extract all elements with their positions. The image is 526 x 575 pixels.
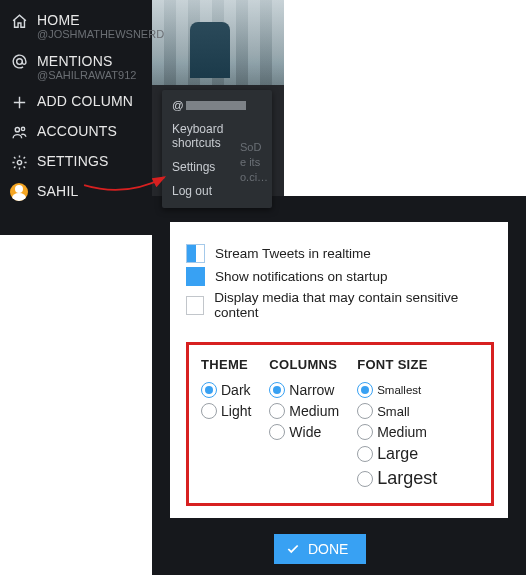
radio-fontsize-largest[interactable]: Largest: [357, 468, 437, 489]
checkbox-label: Show notifications on startup: [215, 269, 388, 284]
radio-label: Narrow: [289, 382, 334, 398]
radio-columns-medium[interactable]: Medium: [269, 403, 339, 419]
radio-label: Medium: [289, 403, 339, 419]
svg-point-2: [21, 127, 24, 130]
radio-columns-narrow[interactable]: Narrow: [269, 382, 339, 398]
sidebar-item-label: ACCOUNTS: [37, 123, 117, 139]
radio-icon: [357, 471, 373, 487]
group-font-size: FONT SIZE Smallest Small Medium Large La…: [357, 357, 437, 489]
radio-label: Dark: [221, 382, 251, 398]
radio-label: Large: [377, 445, 418, 463]
done-label: DONE: [308, 541, 348, 557]
handle-at: @: [172, 99, 184, 111]
sidebar-item-accounts[interactable]: ACCOUNTS: [0, 117, 152, 147]
group-header: COLUMNS: [269, 357, 339, 372]
radio-theme-light[interactable]: Light: [201, 403, 251, 419]
radio-label: Largest: [377, 468, 437, 489]
radio-icon: [269, 403, 285, 419]
settings-panel: Stream Tweets in realtime Show notificat…: [170, 222, 508, 518]
radio-label: Light: [221, 403, 251, 419]
radio-fontsize-large[interactable]: Large: [357, 445, 437, 463]
sidebar-item-settings[interactable]: SETTINGS: [0, 147, 152, 177]
radio-label: Small: [377, 404, 410, 419]
radio-columns-wide[interactable]: Wide: [269, 424, 339, 440]
radio-fontsize-medium[interactable]: Medium: [357, 424, 437, 440]
sidebar-item-user[interactable]: SAHIL: [0, 177, 152, 207]
radio-icon: [357, 382, 373, 398]
sidebar-item-sub: @SAHILRAWAT912: [37, 69, 136, 82]
radio-icon: [201, 403, 217, 419]
radio-theme-dark[interactable]: Dark: [201, 382, 251, 398]
radio-icon: [269, 424, 285, 440]
sidebar-item-label: SETTINGS: [37, 153, 109, 169]
sidebar-item-label: HOME: [37, 12, 164, 28]
plus-icon: [10, 93, 28, 111]
checkbox-icon: [186, 267, 205, 286]
checkbox-show-notifications[interactable]: Show notifications on startup: [186, 267, 494, 286]
group-columns: COLUMNS Narrow Medium Wide: [269, 357, 339, 489]
radio-fontsize-smallest[interactable]: Smallest: [357, 382, 437, 398]
svg-point-1: [15, 128, 19, 132]
checkbox-label: Stream Tweets in realtime: [215, 246, 371, 261]
radio-icon: [357, 403, 373, 419]
sidebar-item-mentions[interactable]: MENTIONS @SAHILRAWAT912: [0, 47, 152, 88]
checkbox-icon: [186, 296, 204, 315]
checkbox-label: Display media that may contain sensitive…: [214, 290, 494, 320]
tweet-text-fragment: SoD e its o.ci…: [240, 140, 290, 185]
frag-1: SoD: [240, 140, 290, 155]
account-menu-handle: @: [162, 95, 272, 117]
check-icon: [286, 542, 300, 556]
radio-icon: [357, 446, 373, 462]
sidebar-item-label: ADD COLUMN: [37, 93, 133, 109]
radio-icon: [269, 382, 285, 398]
sidebar-item-home[interactable]: HOME @JOSHMATHEWSNERD: [0, 6, 152, 47]
avatar-icon: [10, 183, 28, 201]
highlight-box: THEME Dark Light COLUMNS Narrow Medium W…: [186, 342, 494, 506]
sidebar-item-label: SAHIL: [37, 183, 78, 199]
group-header: FONT SIZE: [357, 357, 437, 372]
checkbox-stream-realtime[interactable]: Stream Tweets in realtime: [186, 244, 494, 263]
checkbox-sensitive-media[interactable]: Display media that may contain sensitive…: [186, 290, 494, 320]
radio-label: Medium: [377, 424, 427, 440]
accounts-icon: [10, 123, 28, 141]
home-icon: [10, 12, 28, 30]
radio-icon: [201, 382, 217, 398]
group-theme: THEME Dark Light: [201, 357, 251, 489]
checkbox-icon: [186, 244, 205, 263]
svg-point-0: [16, 59, 22, 65]
sidebar-item-label: MENTIONS: [37, 53, 136, 69]
mention-icon: [10, 53, 28, 71]
gear-icon: [10, 153, 28, 171]
done-button[interactable]: DONE: [274, 534, 366, 564]
group-header: THEME: [201, 357, 251, 372]
column-thumbnail: [152, 0, 284, 85]
sidebar: HOME @JOSHMATHEWSNERD MENTIONS @SAHILRAW…: [0, 0, 152, 235]
frag-3: o.ci…: [240, 170, 290, 185]
radio-label: Wide: [289, 424, 321, 440]
sidebar-item-sub: @JOSHMATHEWSNERD: [37, 28, 164, 41]
frag-2: e its: [240, 155, 290, 170]
svg-point-3: [17, 160, 21, 164]
handle-mask: [186, 101, 246, 110]
radio-icon: [357, 424, 373, 440]
sidebar-item-add-column[interactable]: ADD COLUMN: [0, 87, 152, 117]
radio-fontsize-small[interactable]: Small: [357, 403, 437, 419]
radio-label: Smallest: [377, 384, 421, 396]
